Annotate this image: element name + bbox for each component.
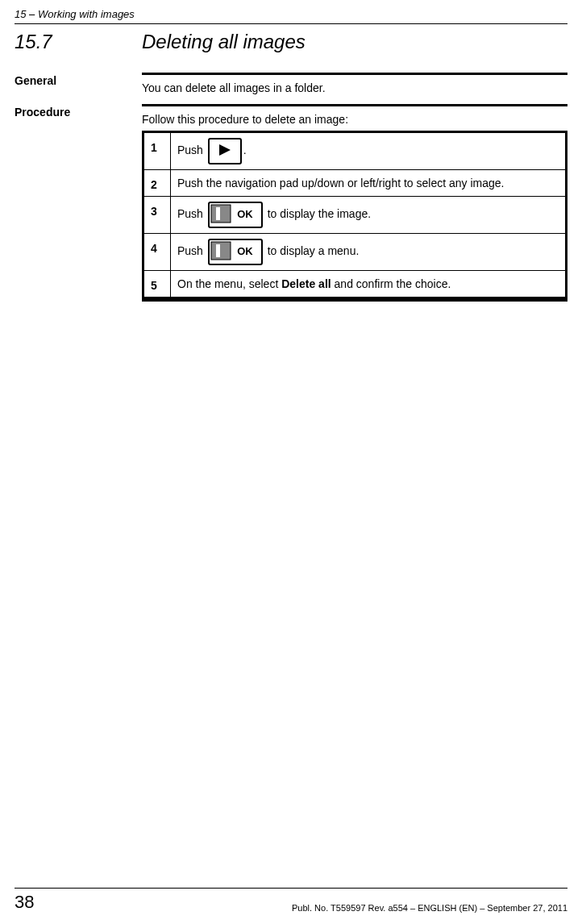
step-cell: Push OK to display a menu. — [171, 234, 567, 271]
table-row: 4 Push OK to display a menu. — [143, 234, 567, 271]
general-label: General — [15, 68, 142, 99]
ok-button-icon: OK — [208, 239, 263, 265]
publication-info: Publ. No. T559597 Rev. a554 – ENGLISH (E… — [292, 903, 567, 913]
step-number: 2 — [143, 170, 171, 197]
svg-text:OK: OK — [237, 245, 253, 257]
play-button-icon — [208, 138, 242, 164]
rule — [142, 104, 567, 106]
table-row: 3 Push OK to display the image. — [143, 197, 567, 234]
table-row: 2 Push the navigation pad up/down or lef… — [143, 170, 567, 197]
step-number: 5 — [143, 271, 171, 298]
general-text: You can delete all images in a folder. — [142, 81, 567, 94]
ok-button-icon: OK — [208, 202, 263, 228]
step-text-bold: Delete all — [281, 277, 330, 290]
svg-rect-6 — [216, 244, 220, 257]
step-text: to display a menu. — [264, 244, 360, 257]
page-footer: 38 Publ. No. T559597 Rev. a554 – ENGLISH… — [15, 888, 567, 913]
step-text: to display the image. — [264, 207, 371, 220]
step-text: Push — [177, 244, 206, 257]
svg-rect-3 — [216, 207, 220, 220]
step-cell: Push . — [171, 132, 567, 170]
running-header: 15 – Working with images — [15, 8, 567, 24]
step-cell: On the menu, select Delete all and confi… — [171, 271, 567, 298]
step-text: Push — [177, 144, 206, 156]
table-row: 1 Push . — [143, 132, 567, 170]
procedure-table: 1 Push . 2 Push the navigation pad up/do… — [142, 131, 567, 299]
step-number: 4 — [143, 234, 171, 271]
rule — [142, 299, 567, 302]
section-title-row: 15.7 Deleting all images — [15, 31, 567, 53]
page-number: 38 — [15, 892, 34, 913]
step-number: 3 — [143, 197, 171, 234]
general-block: General You can delete all images in a f… — [15, 68, 567, 99]
svg-rect-2 — [211, 205, 231, 223]
step-text: Push — [177, 207, 206, 220]
procedure-intro: Follow this procedure to delete an image… — [142, 113, 567, 126]
section-number: 15.7 — [15, 31, 142, 53]
page: 15 – Working with images 15.7 Deleting a… — [0, 0, 582, 924]
table-row: 5 On the menu, select Delete all and con… — [143, 271, 567, 298]
svg-rect-5 — [211, 242, 231, 260]
svg-text:OK: OK — [237, 208, 253, 220]
step-text: On the menu, select — [177, 277, 281, 290]
step-number: 1 — [143, 132, 171, 170]
step-cell: Push OK to display the image. — [171, 197, 567, 234]
procedure-label: Procedure — [15, 99, 142, 308]
rule — [142, 73, 567, 75]
procedure-block: Procedure Follow this procedure to delet… — [15, 99, 567, 308]
section-title: Deleting all images — [142, 31, 306, 53]
step-text: and confirm the choice. — [331, 277, 451, 290]
step-text: Push the navigation pad up/down or left/… — [177, 177, 504, 189]
step-cell: Push the navigation pad up/down or left/… — [171, 170, 567, 197]
step-text: . — [243, 144, 247, 156]
